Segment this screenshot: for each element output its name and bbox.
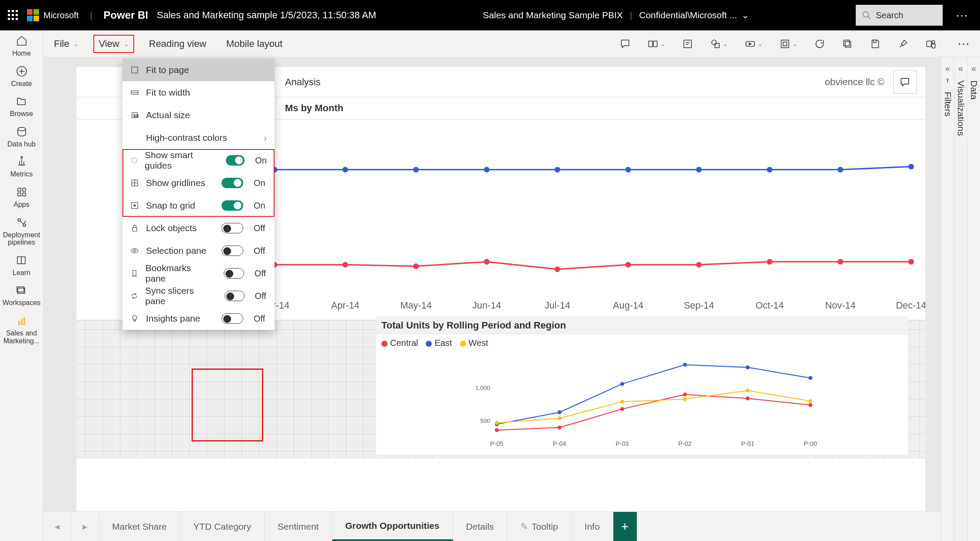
duplicate-icon[interactable]	[842, 38, 853, 50]
nav-deployment-pipelines[interactable]: Deployment pipelines	[0, 216, 43, 246]
nav-metrics[interactable]: Metrics	[10, 156, 33, 178]
tab-ytd-category[interactable]: YTD Category	[180, 512, 265, 541]
toggle[interactable]	[222, 200, 243, 211]
pane-data[interactable]: «Data	[967, 57, 980, 541]
view-option-fit-to-width[interactable]: Fit to width	[122, 81, 275, 104]
svg-point-37	[413, 167, 419, 173]
tab-info[interactable]: Info	[572, 512, 613, 541]
gridline-zone[interactable]: Total Units by Rolling Period and Region…	[76, 320, 925, 459]
svg-point-40	[626, 167, 631, 173]
tab-growth-opportunities[interactable]: Growth Opportunities	[332, 512, 453, 541]
nav-sales-and-marketing-[interactable]: Sales and Marketing...	[0, 315, 43, 345]
nav-home[interactable]: Home	[12, 35, 31, 57]
view-option-fit-to-page[interactable]: Fit to page	[122, 59, 275, 81]
view-option-selection-pane[interactable]: Selection paneOff	[122, 239, 275, 262]
svg-text:1:1: 1:1	[133, 113, 139, 118]
svg-point-44	[908, 164, 914, 169]
svg-point-100	[134, 205, 136, 206]
tab-prev[interactable]: ◂	[43, 512, 71, 541]
toggle[interactable]	[222, 178, 243, 188]
add-page-button[interactable]: +	[613, 512, 637, 541]
menu-file[interactable]: File⌄	[50, 36, 83, 52]
shapes-icon[interactable]	[710, 38, 721, 50]
menu-view[interactable]: View⌄	[94, 36, 133, 52]
chart2-legend: CentralEastWest	[376, 335, 908, 352]
svg-text:P-01: P-01	[741, 440, 755, 447]
teams-icon[interactable]	[925, 38, 937, 50]
nav-data-hub[interactable]: Data hub	[7, 126, 36, 148]
visual-icon[interactable]	[779, 38, 791, 50]
svg-point-81	[620, 400, 624, 404]
svg-point-76	[683, 363, 687, 367]
svg-point-83	[746, 388, 750, 392]
svg-rect-91	[132, 67, 138, 73]
svg-line-1	[868, 17, 871, 19]
ribbon: File⌄View⌄Reading viewMobile layout ⌄ ⌄ …	[43, 30, 980, 57]
toggle[interactable]	[222, 223, 243, 233]
right-panes: «⫯Filters«Visualizations«Data	[941, 57, 980, 541]
pane-filters[interactable]: «⫯Filters	[941, 57, 954, 541]
view-option-snap-to-grid[interactable]: Snap to gridOn	[122, 194, 275, 217]
refresh-icon[interactable]	[814, 38, 825, 50]
view-option-insights-pane[interactable]: Insights paneOff	[122, 307, 275, 330]
svg-text:Aug-14: Aug-14	[613, 300, 643, 311]
view-option-lock-objects[interactable]: Lock objectsOff	[122, 217, 275, 239]
toggle[interactable]	[225, 291, 245, 301]
expand-icon[interactable]: «	[958, 63, 963, 73]
svg-point-102	[134, 250, 136, 252]
menu-mobile-layout[interactable]: Mobile layout	[222, 36, 287, 52]
tab-sentiment[interactable]: Sentiment	[265, 512, 332, 541]
app-launcher-icon[interactable]	[8, 10, 18, 20]
doc-title-area[interactable]: Sales and Marketing Sample PBIX | Confid…	[385, 10, 847, 20]
svg-rect-22	[684, 40, 691, 47]
svg-point-75	[620, 382, 624, 386]
svg-point-36	[342, 167, 348, 173]
menu-reading-view[interactable]: Reading view	[145, 36, 211, 52]
toggle[interactable]	[222, 313, 243, 324]
svg-text:Dec-14: Dec-14	[896, 300, 925, 311]
nav-browse[interactable]: Browse	[10, 95, 33, 118]
expand-icon[interactable]: «	[945, 63, 950, 73]
pane-visualizations[interactable]: «Visualizations	[954, 57, 967, 541]
svg-point-80	[557, 416, 561, 420]
expand-icon[interactable]: «	[971, 63, 976, 73]
toggle[interactable]	[226, 155, 245, 166]
buttons-icon[interactable]	[745, 38, 756, 50]
search-icon	[862, 10, 871, 20]
tab-details[interactable]: Details	[453, 512, 507, 541]
textbox-icon[interactable]	[682, 38, 693, 50]
tab-tooltip[interactable]: ✎Tooltip	[507, 512, 572, 541]
view-option-sync-slicers-pane[interactable]: Sync slicers paneOff	[122, 285, 275, 307]
comment-icon[interactable]	[619, 38, 631, 50]
tab-next[interactable]: ▸	[71, 512, 99, 541]
ribbon-more-icon[interactable]: ⋯	[953, 37, 974, 51]
search-input[interactable]: Search	[856, 5, 943, 26]
save-icon[interactable]	[870, 38, 881, 50]
view-option-actual-size[interactable]: 1:1Actual size	[122, 104, 275, 126]
chart2[interactable]: Total Units by Rolling Period and Region…	[376, 316, 908, 455]
share-view-icon[interactable]	[647, 38, 659, 50]
view-option-show-gridlines[interactable]: Show gridlinesOn	[122, 172, 275, 194]
view-option-high-contrast-colors[interactable]: High-contrast colors›	[122, 126, 275, 149]
svg-rect-9	[18, 193, 21, 196]
svg-rect-18	[21, 319, 23, 325]
pin-icon[interactable]	[897, 38, 909, 50]
svg-text:P-05: P-05	[490, 440, 503, 447]
svg-text:P-03: P-03	[616, 440, 629, 447]
nav-learn[interactable]: Learn	[13, 254, 30, 277]
nav-workspaces[interactable]: Workspaces	[3, 284, 41, 307]
svg-text:Jun-14: Jun-14	[472, 300, 501, 311]
chevron-down-icon[interactable]: ⌄	[742, 10, 749, 20]
svg-point-68	[557, 425, 561, 429]
tab-market-share[interactable]: Market Share	[99, 512, 180, 541]
svg-rect-7	[18, 188, 21, 191]
nav-apps[interactable]: Apps	[13, 186, 29, 209]
toggle[interactable]	[224, 268, 244, 279]
view-option-show-smart-guides[interactable]: Show smart guidesOn	[122, 149, 275, 172]
toggle[interactable]	[222, 246, 243, 256]
svg-point-70	[683, 392, 687, 396]
nav-create[interactable]: Create	[11, 65, 32, 88]
view-option-bookmarks-pane[interactable]: Bookmarks paneOff	[122, 262, 275, 285]
more-icon[interactable]: ⋯	[951, 8, 972, 23]
comment-bubble-icon[interactable]	[893, 70, 917, 94]
